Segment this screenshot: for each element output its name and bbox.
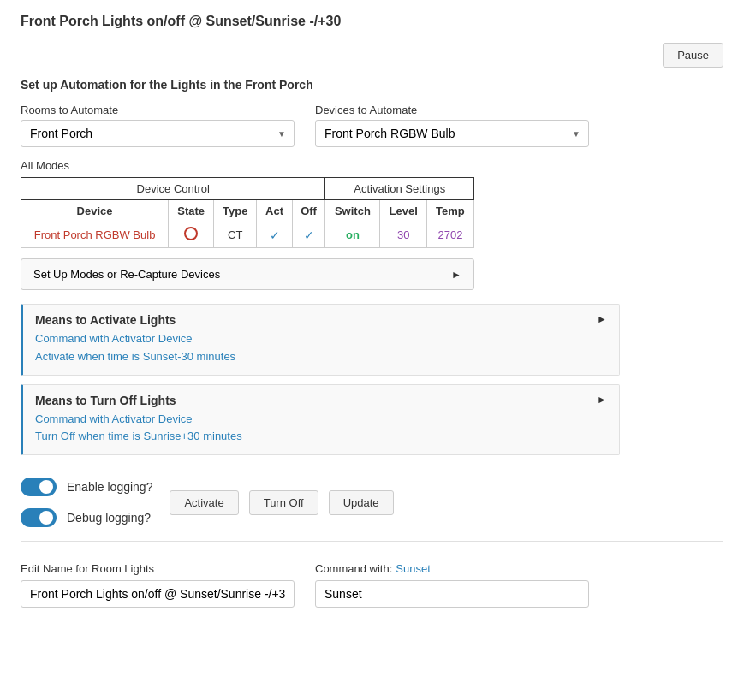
pause-button[interactable]: Pause	[663, 43, 723, 68]
rooms-label: Rooms to Automate	[21, 104, 295, 116]
debug-logging-row: Debug logging?	[21, 508, 152, 527]
all-modes-label: All Modes	[21, 159, 723, 172]
activate-section-title: Means to Activate Lights	[35, 313, 235, 327]
table-row: Front Porch RGBW Bulb CT ✓ ✓ on 30 2702	[21, 222, 474, 248]
type-cell: CT	[214, 222, 257, 248]
switch-cell: on	[325, 222, 380, 248]
act-check: ✓	[270, 228, 280, 242]
debug-logging-toggle[interactable]	[21, 508, 57, 527]
setup-modes-button[interactable]: Set Up Modes or Re-Capture Devices ►	[21, 258, 474, 290]
turn-off-chevron-icon: ►	[597, 394, 607, 406]
command-input[interactable]	[315, 580, 589, 608]
bottom-form: Edit Name for Room Lights Command with: …	[21, 562, 723, 608]
off-check: ✓	[304, 228, 314, 242]
name-label: Edit Name for Room Lights	[21, 562, 295, 575]
debug-logging-label: Debug logging?	[67, 511, 151, 525]
col-state: State	[169, 200, 214, 222]
col-switch: Switch	[325, 200, 380, 222]
activate-chevron-icon: ►	[597, 313, 607, 325]
device-control-header: Device Control	[21, 178, 325, 200]
turn-off-link-1[interactable]: Command with Activator Device	[35, 411, 242, 429]
device-table: Device Control Activation Settings Devic…	[21, 177, 474, 248]
name-input[interactable]	[21, 580, 295, 608]
activate-link-1[interactable]: Command with Activator Device	[35, 330, 235, 348]
turn-off-link-2[interactable]: Turn Off when time is Sunrise+30 minutes	[35, 428, 242, 446]
turn-off-section-title: Means to Turn Off Lights	[35, 394, 242, 407]
col-device: Device	[21, 200, 169, 222]
temp-cell: 2702	[426, 222, 473, 248]
col-act: Act	[257, 200, 292, 222]
activation-settings-header: Activation Settings	[325, 178, 474, 200]
page-title: Front Porch Lights on/off @ Sunset/Sunri…	[21, 14, 723, 29]
activate-section: Means to Activate Lights Command with Ac…	[21, 304, 620, 376]
chevron-right-icon: ►	[451, 269, 461, 281]
col-level: Level	[380, 200, 427, 222]
devices-select[interactable]: Front Porch RGBW Bulb	[315, 120, 589, 147]
update-button[interactable]: Update	[329, 490, 394, 515]
divider	[21, 541, 723, 542]
setup-modes-label: Set Up Modes or Re-Capture Devices	[33, 268, 220, 281]
rooms-select[interactable]: Front Porch	[21, 120, 295, 147]
enable-logging-row: Enable logging?	[21, 478, 152, 496]
subtitle: Set up Automation for the Lights in the …	[21, 78, 723, 92]
col-off: Off	[292, 200, 325, 222]
enable-logging-toggle[interactable]	[21, 478, 57, 496]
device-link[interactable]: Front Porch RGBW Bulb	[34, 228, 156, 241]
turn-off-button[interactable]: Turn Off	[249, 490, 318, 515]
turn-off-section: Means to Turn Off Lights Command with Ac…	[21, 384, 620, 456]
activate-link-2[interactable]: Activate when time is Sunset-30 minutes	[35, 348, 235, 366]
activate-button[interactable]: Activate	[170, 490, 238, 515]
command-link[interactable]: Sunset	[396, 562, 430, 575]
enable-logging-label: Enable logging?	[67, 480, 152, 494]
command-with-label: Command with:	[315, 562, 392, 575]
col-type: Type	[214, 200, 257, 222]
devices-label: Devices to Automate	[315, 104, 589, 116]
col-temp: Temp	[426, 200, 473, 222]
state-circle	[184, 227, 198, 240]
level-cell: 30	[380, 222, 427, 248]
